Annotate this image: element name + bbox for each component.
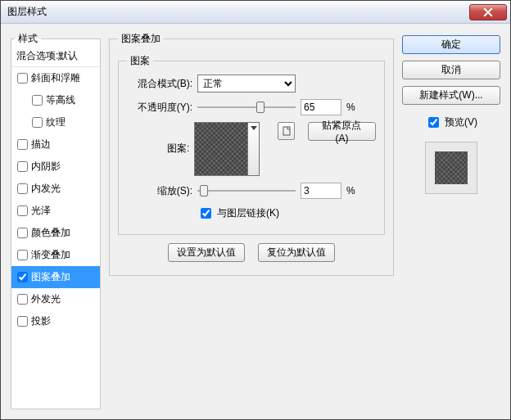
link-label: 与图层链接(K) [217, 206, 279, 220]
styles-column: 样式 混合选项:默认 斜面和浮雕等高线纹理描边内阴影内发光光泽颜色叠加渐变叠加图… [11, 32, 101, 409]
style-item[interactable]: 图案叠加 [11, 266, 100, 288]
titlebar: 图层样式 [1, 1, 510, 24]
pattern-subgroup: 图案 混合模式(B): 正常 不透明度(Y): % [118, 54, 385, 235]
pattern-dropdown[interactable] [248, 122, 260, 176]
styles-legend: 样式 [15, 32, 41, 46]
style-item[interactable]: 内发光 [11, 178, 100, 200]
ok-button[interactable]: 确定 [402, 35, 500, 54]
style-label: 纹理 [46, 115, 66, 129]
preview-toggle[interactable]: 预览(V) [402, 115, 500, 130]
scale-row: 缩放(S): % [127, 183, 376, 199]
style-label: 斜面和浮雕 [31, 71, 80, 85]
blend-mode-row: 混合模式(B): 正常 [127, 75, 376, 93]
style-label: 渐变叠加 [31, 248, 70, 262]
style-item[interactable]: 外发光 [11, 288, 100, 310]
layer-style-dialog: 图层样式 样式 混合选项:默认 斜面和浮雕等高线纹理描边内阴影内发光光泽颜色叠加… [0, 0, 511, 420]
preview-checkbox[interactable] [428, 117, 439, 128]
new-doc-icon [282, 126, 292, 136]
style-checkbox[interactable] [17, 183, 28, 194]
pattern-row: 图案: 贴紧原点(A) [127, 122, 376, 176]
opacity-label: 不透明度(Y): [127, 101, 192, 115]
scale-input[interactable] [301, 183, 341, 199]
svg-rect-0 [283, 127, 290, 135]
link-checkbox-input[interactable] [201, 208, 211, 219]
settings-column: 图案叠加 图案 混合模式(B): 正常 不透明度(Y): [109, 32, 394, 409]
style-item[interactable]: 内阴影 [11, 156, 100, 178]
style-item[interactable]: 斜面和浮雕 [11, 67, 100, 89]
opacity-input[interactable] [301, 99, 341, 115]
style-label: 投影 [31, 314, 51, 328]
window-title: 图层样式 [1, 5, 47, 19]
cancel-button[interactable]: 取消 [402, 61, 500, 79]
close-icon [483, 7, 493, 17]
style-label: 图案叠加 [31, 270, 70, 284]
style-item[interactable]: 等高线 [11, 89, 100, 111]
blend-options-default[interactable]: 混合选项:默认 [11, 46, 100, 67]
style-list: 混合选项:默认 斜面和浮雕等高线纹理描边内阴影内发光光泽颜色叠加渐变叠加图案叠加… [11, 46, 100, 332]
link-with-layer-checkbox[interactable]: 与图层链接(K) [197, 205, 279, 221]
pattern-swatch[interactable] [194, 122, 248, 176]
style-checkbox[interactable] [17, 294, 28, 305]
blend-mode-label: 混合模式(B): [127, 77, 192, 91]
opacity-slider[interactable] [197, 100, 296, 115]
style-label: 光泽 [31, 204, 51, 218]
style-checkbox[interactable] [17, 139, 28, 150]
style-label: 内发光 [31, 182, 61, 196]
new-style-button[interactable]: 新建样式(W)... [402, 86, 500, 105]
scale-slider[interactable] [197, 183, 296, 198]
close-button[interactable] [469, 4, 507, 20]
style-checkbox[interactable] [32, 117, 43, 128]
style-checkbox[interactable] [32, 95, 43, 106]
group-title: 图案叠加 [118, 32, 164, 46]
style-item[interactable]: 投影 [11, 310, 100, 332]
style-label: 等高线 [46, 93, 75, 107]
style-checkbox[interactable] [17, 161, 28, 172]
style-checkbox[interactable] [17, 316, 28, 327]
opacity-row: 不透明度(Y): % [127, 99, 376, 115]
defaults-row: 设置为默认值 复位为默认值 [118, 243, 385, 262]
style-checkbox[interactable] [17, 205, 28, 216]
style-item[interactable]: 颜色叠加 [11, 222, 100, 244]
dialog-body: 样式 混合选项:默认 斜面和浮雕等高线纹理描边内阴影内发光光泽颜色叠加渐变叠加图… [1, 24, 510, 419]
make-default-button[interactable]: 设置为默认值 [168, 243, 245, 262]
style-label: 描边 [31, 138, 51, 151]
styles-fieldset: 样式 混合选项:默认 斜面和浮雕等高线纹理描边内阴影内发光光泽颜色叠加渐变叠加图… [11, 32, 101, 409]
style-label: 内阴影 [31, 160, 61, 174]
link-row: 与图层链接(K) [197, 205, 376, 221]
style-label: 颜色叠加 [31, 226, 70, 240]
chevron-down-icon [251, 126, 257, 131]
pattern-label: 图案: [127, 122, 189, 156]
preview-box [425, 142, 477, 194]
style-checkbox[interactable] [17, 250, 28, 260]
style-item[interactable]: 纹理 [11, 111, 100, 133]
blend-mode-select[interactable]: 正常 [197, 75, 296, 93]
style-checkbox[interactable] [17, 73, 28, 84]
scale-label: 缩放(S): [127, 184, 192, 198]
new-pattern-button[interactable] [278, 122, 295, 140]
percent-label: % [346, 102, 355, 113]
percent-label-2: % [346, 185, 355, 196]
style-label: 外发光 [31, 292, 61, 306]
pattern-overlay-group: 图案叠加 图案 混合模式(B): 正常 不透明度(Y): [109, 32, 394, 276]
style-checkbox[interactable] [17, 272, 28, 282]
pattern-subgroup-legend: 图案 [127, 54, 153, 68]
style-item[interactable]: 描边 [11, 133, 100, 156]
snap-origin-button[interactable]: 贴紧原点(A) [308, 122, 376, 141]
style-item[interactable]: 渐变叠加 [11, 244, 100, 266]
style-checkbox[interactable] [17, 228, 28, 238]
style-item[interactable]: 光泽 [11, 200, 100, 222]
preview-label: 预览(V) [445, 115, 477, 129]
action-column: 确定 取消 新建样式(W)... 预览(V) [402, 32, 500, 409]
preview-swatch [435, 151, 468, 184]
reset-default-button[interactable]: 复位为默认值 [258, 243, 335, 262]
